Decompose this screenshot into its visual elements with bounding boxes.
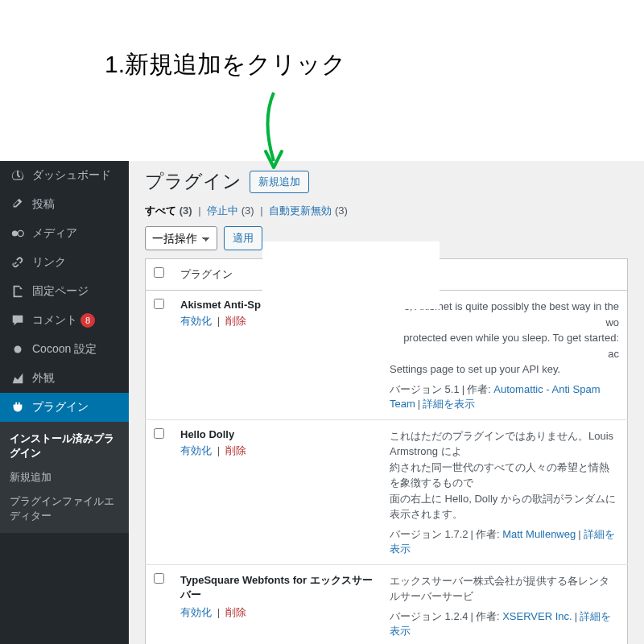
admin-sidebar: ダッシュボード 投稿 メディア リンク 固定ページ コメント 8 Cocoon … [0, 161, 129, 644]
delete-link[interactable]: 削除 [225, 606, 246, 618]
page-title: プラグイン [145, 169, 242, 194]
appearance-icon [10, 370, 26, 386]
filter-inactive[interactable]: 停止中 (3) [207, 204, 254, 217]
plugin-meta: バージョン 1.2.4|作者: XSERVER Inc.|詳細を表示 [390, 609, 619, 638]
dashboard-icon [10, 167, 26, 184]
svg-point-2 [14, 346, 22, 353]
plugin-name-text: Hello Dolly [180, 428, 234, 440]
plugin-description: これはただのプラグインではありません。Louis Armstrong によ 約さ… [390, 428, 619, 522]
plugin-meta: バージョン 1.7.2|作者: Matt Mullenweg|詳細を表示 [390, 527, 619, 556]
row-checkbox[interactable] [154, 573, 164, 584]
sidebar-label: リンク [32, 255, 66, 270]
sidebar-label: 固定ページ [32, 284, 89, 299]
page-icon [10, 283, 26, 299]
sidebar-label: ダッシュボード [32, 168, 111, 183]
sidebar-label: コメント [32, 313, 77, 328]
activate-link[interactable]: 有効化 [180, 315, 212, 327]
table-row: TypeSquare Webfonts for エックスサーバー 有効化 | 削… [146, 564, 628, 644]
link-icon [10, 254, 26, 270]
table-row: Akismet Anti-Sp 有効化 | 削除 s, Akismet is q… [146, 291, 628, 420]
sidebar-label: Cocoon 設定 [32, 342, 97, 357]
annotation-text: 1.新規追加をクリック [105, 48, 346, 81]
author-link[interactable]: Matt Mullenweg [502, 528, 576, 540]
sidebar-item-links[interactable]: リンク [0, 248, 129, 277]
filter-all[interactable]: すべて (3) [145, 204, 192, 217]
plugin-description: s, Akismet is quite possibly the best wa… [390, 299, 619, 378]
plugin-meta: バージョン 5.1|作者: Automattic - Anti Spam Tea… [390, 382, 619, 411]
overlay-rectangle [262, 242, 440, 309]
sidebar-item-pages[interactable]: 固定ページ [0, 277, 129, 306]
pin-icon [10, 196, 26, 213]
author-link[interactable]: XSERVER Inc. [502, 610, 572, 622]
select-all-checkbox[interactable] [154, 267, 164, 278]
sidebar-item-media[interactable]: メディア [0, 219, 129, 248]
filter-autoupdate[interactable]: 自動更新無効 (3) [269, 204, 348, 217]
media-icon [10, 225, 26, 242]
sidebar-item-cocoon[interactable]: Cocoon 設定 [0, 335, 129, 364]
bulk-apply-button[interactable]: 適用 [224, 226, 262, 250]
sidebar-item-dashboard[interactable]: ダッシュボード [0, 161, 129, 190]
plugin-description: エックスサーバー株式会社が提供する各レンタルサーバーサービ [390, 573, 619, 605]
sidebar-item-comments[interactable]: コメント 8 [0, 306, 129, 335]
sidebar-label: 外観 [32, 371, 55, 386]
sidebar-item-posts[interactable]: 投稿 [0, 190, 129, 219]
submenu-installed[interactable]: インストール済みプラグイン [0, 427, 129, 465]
details-link[interactable]: 詳細を表示 [423, 398, 475, 410]
submenu-editor[interactable]: プラグインファイルエディター [0, 489, 129, 528]
delete-link[interactable]: 削除 [225, 315, 246, 327]
activate-link[interactable]: 有効化 [180, 606, 212, 618]
activate-link[interactable]: 有効化 [180, 444, 212, 456]
submenu-add-new[interactable]: 新規追加 [0, 465, 129, 489]
svg-point-0 [12, 230, 18, 236]
annotation-arrow [258, 89, 290, 180]
sidebar-label: 投稿 [32, 197, 55, 212]
sidebar-item-plugins[interactable]: プラグイン [0, 393, 129, 422]
comment-icon [10, 312, 26, 328]
comment-badge: 8 [80, 313, 95, 328]
plugin-icon [10, 399, 26, 415]
filter-links: すべて (3) | 停止中 (3) | 自動更新無効 (3) [145, 204, 628, 218]
sidebar-submenu: インストール済みプラグイン 新規追加 プラグインファイルエディター [0, 422, 129, 533]
plugin-name-text: TypeSquare Webfonts for エックスサーバー [180, 574, 373, 601]
sidebar-label: プラグイン [32, 400, 89, 415]
sidebar-item-appearance[interactable]: 外観 [0, 364, 129, 393]
table-row: Hello Dolly 有効化 | 削除 これはただのプラグインではありません。… [146, 419, 628, 564]
svg-point-1 [18, 230, 23, 236]
plugins-table: プラグイン Akismet Anti-Sp 有効化 | 削除 [145, 258, 628, 644]
row-checkbox[interactable] [154, 428, 164, 439]
delete-link[interactable]: 削除 [225, 444, 246, 456]
plugin-name-text: Akismet Anti-Sp [180, 299, 261, 311]
content-area: プラグイン 新規追加 すべて (3) | 停止中 (3) | 自動更新無効 (3… [129, 161, 644, 644]
sidebar-label: メディア [32, 226, 77, 241]
row-checkbox[interactable] [154, 299, 164, 309]
bulk-action-select[interactable]: 一括操作 [145, 226, 217, 250]
dot-icon [10, 341, 26, 357]
